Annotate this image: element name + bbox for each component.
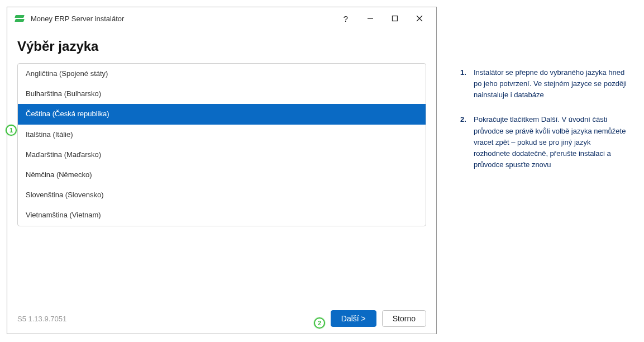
app-logo-icon [15,13,24,23]
help-button[interactable]: ? [333,10,358,27]
language-option[interactable]: Angličtina (Spojené státy) [18,64,426,84]
svg-rect-1 [393,16,398,21]
close-button[interactable] [407,10,432,27]
language-option[interactable]: Němčina (Německo) [18,165,426,185]
language-option[interactable]: Čeština (Česká republika) [18,104,426,124]
cancel-button[interactable]: Storno [382,310,426,327]
annotation-note-number: 1. [460,67,474,101]
installer-window: Money ERP Server instalátor ? Výběr jazy… [7,7,437,334]
annotation-note: 1. Instalátor se přepne do vybraného jaz… [460,67,628,101]
language-option[interactable]: Bulharština (Bulharsko) [18,84,426,104]
minimize-button[interactable] [358,10,383,27]
annotation-notes: 1. Instalátor se přepne do vybraného jaz… [460,67,628,184]
annotation-badge-2: 2 [314,317,325,329]
annotation-badge-1: 1 [6,125,17,136]
window-body: Výběr jazyka Angličtina (Spojené státy)B… [7,30,436,334]
annotation-note-number: 2. [460,114,474,170]
titlebar: Money ERP Server instalátor ? [7,7,436,30]
bottom-bar: S5 1.13.9.7051 Další > Storno [17,302,426,334]
language-option[interactable]: Italština (Itálie) [18,125,426,145]
annotation-note-text: Pokračujte tlačítkem Další. V úvodní čás… [474,114,628,170]
version-label: S5 1.13.9.7051 [17,315,66,323]
page-title: Výběr jazyka [17,39,426,54]
language-listbox[interactable]: Angličtina (Spojené státy)Bulharština (B… [17,63,426,226]
annotation-note: 2. Pokračujte tlačítkem Další. V úvodní … [460,114,628,170]
language-option[interactable]: Slovenština (Slovensko) [18,185,426,205]
next-button[interactable]: Další > [331,310,376,327]
maximize-button[interactable] [383,10,407,27]
annotation-note-text: Instalátor se přepne do vybraného jazyka… [474,67,628,101]
window-title: Money ERP Server instalátor [31,15,124,23]
language-option[interactable]: Vietnamština (Vietnam) [18,205,426,225]
language-option[interactable]: Maďarština (Maďarsko) [18,145,426,165]
